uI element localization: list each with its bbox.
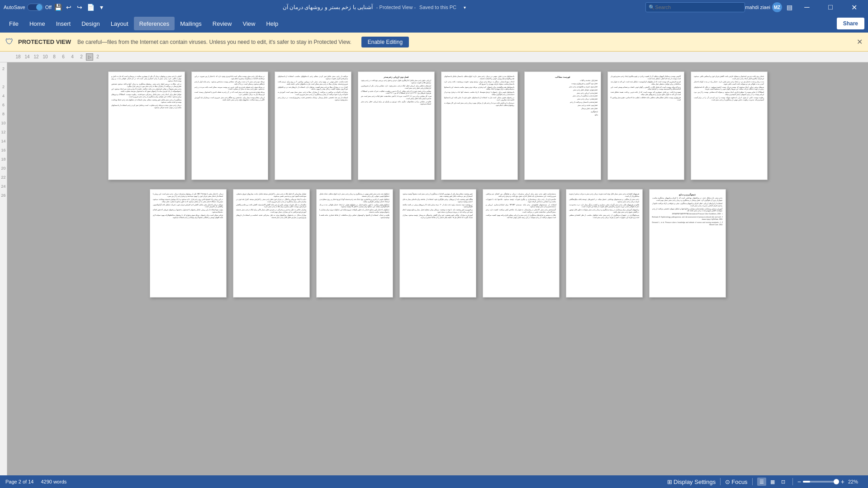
customize-icon[interactable]: ▾ bbox=[97, 3, 106, 12]
page-content-14: هزینههای اقتصادی زخم بستر بسیار قابل توج… bbox=[566, 190, 642, 223]
left-ruler-mark: 12 bbox=[1, 128, 5, 137]
menu-review[interactable]: Review bbox=[207, 17, 237, 30]
menu-file[interactable]: File bbox=[4, 17, 24, 30]
page-thumbnail-15[interactable]: نتیجهگیری و منابع زخم بستر یک مشکل جدی د… bbox=[649, 189, 726, 298]
menu-bar: File Home Insert Design Layout Reference… bbox=[0, 14, 868, 33]
menu-view[interactable]: View bbox=[237, 17, 261, 30]
user-avatar: MZ bbox=[772, 2, 782, 12]
page-thumbnail-13[interactable]: مستندسازی دقیق زخم بستر برای ارزیابی پیش… bbox=[483, 189, 560, 298]
page-thumbnail-12[interactable]: تغییر وضعیت منظم بیمار یکی از مهمترین اق… bbox=[399, 189, 476, 298]
ruler-mark: 10 bbox=[41, 54, 50, 59]
page-thumbnail-1[interactable]: آشنایی با زخم بستر و روشهای درمان آن یکی… bbox=[108, 71, 185, 180]
ruler-area: 18 14 12 10 8 6 4 2 ▷ 2 bbox=[0, 52, 868, 62]
share-button[interactable]: Share bbox=[837, 18, 864, 29]
autosave-label: AutoSave bbox=[4, 5, 25, 10]
page-thumbnail-3[interactable]: مراقبت از زخم بستر شامل تمیز کردن منظم ز… bbox=[275, 71, 351, 180]
menu-mailings[interactable]: Mailings bbox=[175, 17, 207, 30]
menu-home[interactable]: Home bbox=[24, 17, 51, 30]
page-content-15: نتیجهگیری و منابع زخم بستر یک مشکل جدی د… bbox=[650, 190, 726, 231]
display-settings-button[interactable]: ⊞ Display Settings bbox=[667, 479, 716, 485]
ruler-mark: 4 bbox=[68, 54, 77, 59]
focus-button[interactable]: ⊙ Focus bbox=[725, 479, 747, 485]
focus-label: Focus bbox=[731, 479, 747, 485]
doc-title: آشنایی با زخم بستر و روشهای درمان آن bbox=[283, 4, 373, 10]
ruler-mark: 6 bbox=[59, 54, 68, 59]
main-area: 2 2 4 6 8 10 12 14 16 18 20 22 24 26 آشن… bbox=[0, 62, 868, 475]
page-thumbnail-8[interactable]: فشار روی بافت نرم بین استخوان و سطح خارج… bbox=[691, 71, 768, 180]
page-content-9: درمان با فشار منفی یا VAC Therapy یکی از… bbox=[150, 190, 226, 223]
page-content-4: فصل دوم: ارزیابی زخم بستر ارزیابی دقیق ز… bbox=[358, 72, 434, 110]
ruler-mark: 8 bbox=[50, 54, 59, 59]
left-ruler-mark: 26 bbox=[1, 191, 5, 200]
page-thumbnail-11[interactable]: تشکهای ضد زخم بستر نقش مهمی در پیشگیری و… bbox=[316, 189, 393, 298]
display-settings-label: Display Settings bbox=[674, 479, 716, 485]
ruler-tab-marker[interactable]: ▷ bbox=[86, 53, 93, 61]
title-bar-left: AutoSave Off 💾 ↩ ↪ 📄 ▾ bbox=[4, 3, 106, 12]
ruler-mark: 12 bbox=[32, 54, 41, 59]
page-content-6: فهرست مطالب فصل اول: مقدمه و کلیات فصل د… bbox=[525, 72, 601, 121]
close-button[interactable]: ✕ bbox=[844, 0, 864, 14]
left-ruler-mark: 6 bbox=[2, 100, 5, 109]
search-icon: 🔍 bbox=[649, 5, 655, 10]
page-thumbnail-14[interactable]: هزینههای اقتصادی زخم بستر بسیار قابل توج… bbox=[566, 189, 643, 298]
enable-editing-button[interactable]: Enable Editing bbox=[361, 37, 409, 47]
menu-layout[interactable]: Layout bbox=[105, 17, 134, 30]
dropdown-icon[interactable]: ▾ bbox=[460, 3, 469, 12]
undo-icon[interactable]: ↩ bbox=[64, 3, 73, 12]
title-bar-right: mahdi ziaei MZ ▤ ─ □ ✕ bbox=[745, 0, 864, 14]
left-ruler-mark: 24 bbox=[1, 182, 5, 191]
left-ruler-mark: 2 bbox=[2, 64, 5, 73]
search-bar[interactable]: 🔍 bbox=[645, 2, 745, 12]
web-view-button[interactable]: ▦ bbox=[768, 478, 777, 486]
user-area[interactable]: mahdi ziaei MZ bbox=[745, 2, 782, 12]
page-content-13: مستندسازی دقیق زخم بستر برای ارزیابی پیش… bbox=[483, 190, 559, 223]
page-thumbnail-4[interactable]: فصل دوم: ارزیابی زخم بستر ارزیابی دقیق ز… bbox=[358, 71, 435, 180]
display-settings-icon: ⊞ bbox=[667, 479, 672, 485]
ruler-mark: 18 bbox=[14, 54, 23, 59]
left-ruler-mark: 18 bbox=[1, 155, 5, 164]
autosave-toggle[interactable] bbox=[27, 4, 43, 11]
page-thumbnail-5[interactable]: پانسمانهای مدرن نقش مهمی در درمان زخم بس… bbox=[441, 71, 518, 180]
status-bar-right: ⊞ Display Settings ⊙ Focus ☰ ▦ ⊡ − + 22% bbox=[667, 478, 863, 486]
protected-view-bar: 🛡 PROTECTED VIEW Be careful—files from t… bbox=[0, 33, 868, 52]
ruler-mark: 2 bbox=[93, 54, 102, 59]
page-content-2: در مرحله اول زخم بستر، پوست سالم است اما… bbox=[192, 72, 268, 106]
menu-design[interactable]: Design bbox=[76, 17, 105, 30]
left-ruler-mark: 10 bbox=[1, 118, 5, 128]
maximize-button[interactable]: □ bbox=[820, 0, 841, 14]
left-ruler-mark: 2 bbox=[2, 82, 5, 91]
new-doc-icon[interactable]: 📄 bbox=[86, 3, 95, 12]
minimize-button[interactable]: ─ bbox=[797, 0, 817, 14]
page-thumbnail-2[interactable]: در مرحله اول زخم بستر، پوست سالم است اما… bbox=[191, 71, 268, 180]
zoom-level: 22% bbox=[848, 479, 863, 484]
status-bar: Page 2 of 14 4290 words ⊞ Display Settin… bbox=[0, 475, 868, 488]
page-thumbnail-6[interactable]: فهرست مطالب فصل اول: مقدمه و کلیات فصل د… bbox=[524, 71, 601, 180]
zoom-slider[interactable] bbox=[803, 481, 839, 483]
page-content-7: آناتومی پوست و ساختار لایههای مختلف آن ا… bbox=[608, 72, 684, 106]
print-view-button[interactable]: ☰ bbox=[757, 478, 766, 486]
page-thumbnail-7[interactable]: آناتومی پوست و ساختار لایههای مختلف آن ا… bbox=[607, 71, 684, 180]
close-protected-bar-button[interactable]: ✕ bbox=[857, 38, 863, 46]
menu-insert[interactable]: Insert bbox=[51, 17, 76, 30]
focus-view-button[interactable]: ⊡ bbox=[779, 478, 788, 486]
document-area[interactable]: آشنایی با زخم بستر و روشهای درمان آن یکی… bbox=[7, 62, 868, 475]
search-input[interactable] bbox=[655, 5, 742, 10]
page-row-2: درمان با فشار منفی یا VAC Therapy یکی از… bbox=[150, 189, 726, 298]
menu-help[interactable]: Help bbox=[261, 17, 284, 30]
page-thumbnail-9[interactable]: درمان با فشار منفی یا VAC Therapy یکی از… bbox=[150, 189, 227, 298]
page-content-1: آشنایی با زخم بستر و روشهای درمان آن یکی… bbox=[109, 72, 185, 114]
redo-icon[interactable]: ↪ bbox=[75, 3, 84, 12]
zoom-in-button[interactable]: + bbox=[841, 478, 844, 485]
left-ruler-mark: 16 bbox=[1, 146, 5, 155]
page-thumbnail-10[interactable]: عوامل بیماریزایی که خطر ابتلا به زخم بست… bbox=[233, 189, 310, 298]
menu-references[interactable]: References bbox=[134, 17, 175, 30]
save-icon[interactable]: 💾 bbox=[53, 3, 62, 12]
ruler-mark: 14 bbox=[23, 54, 32, 59]
ribbon-icon[interactable]: ▤ bbox=[785, 3, 794, 12]
left-ruler: 2 2 4 6 8 10 12 14 16 18 20 22 24 26 bbox=[0, 62, 7, 475]
protected-view-label: PROTECTED VIEW bbox=[18, 38, 71, 45]
page-content-10: عوامل بیماریزایی که خطر ابتلا به زخم بست… bbox=[233, 190, 309, 223]
protected-view-message: Be careful—files from the Internet can c… bbox=[77, 39, 351, 45]
word-count: 4290 words bbox=[41, 479, 66, 484]
zoom-out-button[interactable]: − bbox=[797, 478, 801, 485]
